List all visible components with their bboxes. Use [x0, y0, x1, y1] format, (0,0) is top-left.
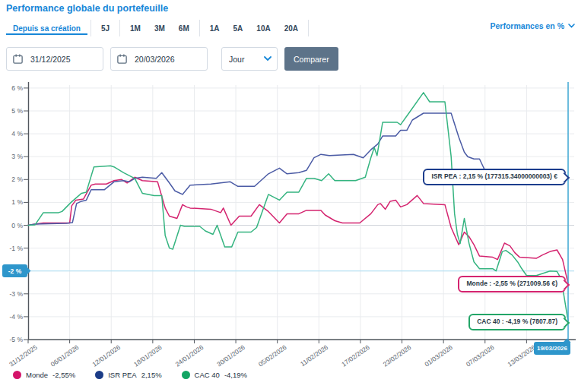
tooltip-monde: Monde : -2,55 % (271009.56 €): [458, 276, 566, 292]
legend-label: CAC 40: [195, 371, 220, 379]
tooltip-cac-40: CAC 40 : -4,19 % (7807.87): [468, 314, 566, 330]
y-tick-label: -3 %: [10, 290, 24, 298]
legend-dot: [95, 371, 103, 379]
x-tick-label: 23/02/2026: [382, 343, 413, 368]
x-tick-label: 24/01/2026: [174, 343, 205, 368]
x-tick-label: 06/01/2026: [49, 343, 81, 368]
legend-value: -2,55%: [52, 371, 75, 379]
chart-legend: Monde-2,55%ISR PEA2,15%CAC 40-4,19%: [13, 371, 247, 379]
y-tick-label: 5 %: [11, 107, 23, 115]
tooltip-text: CAC 40 : -4,19 % (7807.87): [477, 318, 557, 325]
legend-label: Monde: [26, 371, 48, 379]
tooltip-text: ISR PEA : 2,15 % (177315.34000000003) €: [431, 172, 557, 180]
x-tick-label: 01/03/2026: [423, 343, 454, 368]
crosshair-y-badge: -2 %: [2, 264, 27, 277]
legend-item-isr-pea[interactable]: ISR PEA2,15%: [95, 371, 161, 379]
legend-dot: [182, 371, 190, 379]
portfolio-performance-panel: Performance globale du portefeuille Depu…: [0, 0, 578, 392]
legend-dot: [13, 371, 21, 379]
y-tick-label: 6 %: [11, 84, 23, 92]
legend-value: -4,19%: [224, 371, 247, 379]
legend-item-monde[interactable]: Monde-2,55%: [13, 371, 75, 379]
x-tick-label: 05/02/2026: [257, 343, 288, 368]
legend-value: 2,15%: [141, 371, 162, 379]
tooltip-isr-pea: ISR PEA : 2,15 % (177315.34000000003) €: [423, 169, 566, 185]
x-tick-label: 18/01/2026: [132, 343, 164, 368]
y-tick-label: 0 %: [11, 222, 23, 229]
y-tick-label: 3 %: [11, 153, 23, 160]
tooltip-text: Monde : -2,55 % (271009.56 €): [466, 280, 557, 287]
y-tick-label: -5 %: [10, 336, 24, 343]
x-tick-label: 30/01/2026: [215, 343, 246, 368]
legend-label: ISR PEA: [108, 371, 137, 379]
y-tick-label: 1 %: [11, 198, 23, 206]
x-tick-label: 07/03/2026: [465, 343, 496, 368]
x-tick-label: 13/03/2026: [507, 343, 538, 368]
x-tick-label: 11/02/2026: [299, 343, 329, 368]
crosshair-x-badge: 19/03/2026: [534, 342, 570, 355]
series-line-monde: [28, 177, 568, 283]
x-tick-label: 31/12/2025: [8, 343, 39, 368]
y-tick-label: 2 %: [11, 175, 23, 183]
y-tick-label: -4 %: [10, 313, 24, 321]
x-tick-label: 12/01/2026: [91, 343, 122, 368]
y-tick-label: 4 %: [11, 130, 23, 138]
legend-item-cac-40[interactable]: CAC 40-4,19%: [182, 371, 247, 379]
x-tick-label: 17/02/2026: [340, 343, 371, 368]
y-tick-label: -1 %: [10, 245, 24, 252]
